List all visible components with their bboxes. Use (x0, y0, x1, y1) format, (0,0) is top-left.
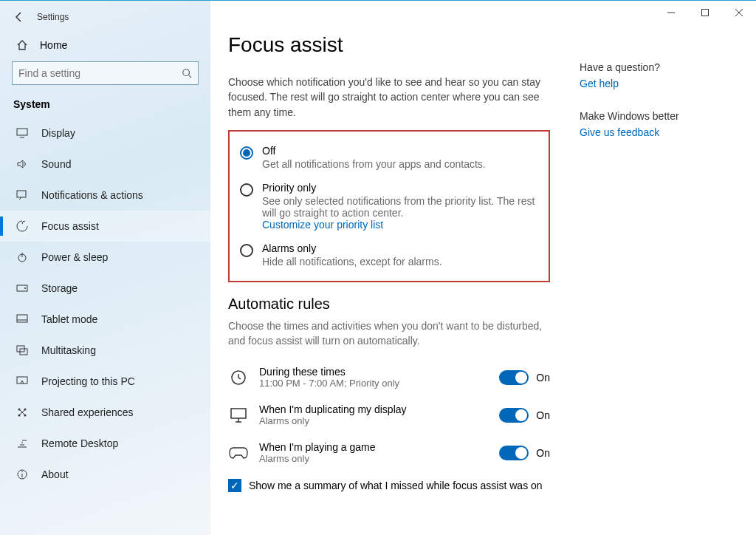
remote-icon (16, 438, 30, 449)
sidebar-item-label: Sound (41, 158, 71, 170)
window-controls (654, 1, 756, 24)
display-icon (16, 128, 30, 138)
maximize-button[interactable] (688, 1, 722, 24)
radio-priority-indicator[interactable] (240, 183, 253, 197)
svg-rect-28 (231, 409, 246, 418)
minimize-button[interactable] (654, 1, 688, 24)
rule-playing-game[interactable]: When I'm playing a game Alarms only On (228, 434, 550, 471)
nav-home[interactable]: Home (0, 29, 210, 61)
radio-alarms-label: Alarms only (262, 242, 442, 254)
sidebar-item-label: Multitasking (41, 344, 96, 356)
rules-title: Automatic rules (228, 296, 550, 313)
search-input[interactable] (12, 61, 199, 85)
power-icon (16, 251, 30, 263)
sidebar-item-focus-assist[interactable]: Focus assist (0, 211, 210, 242)
sidebar-item-about[interactable]: About (0, 459, 210, 490)
sidebar-item-label: Shared experiences (41, 406, 134, 418)
sidebar-item-projecting[interactable]: Projecting to this PC (0, 366, 210, 397)
rules-desc: Choose the times and activities when you… (228, 318, 550, 349)
page-intro: Choose which notification you'd like to … (228, 75, 550, 120)
focus-assist-icon (16, 220, 30, 232)
back-button[interactable] (4, 11, 34, 23)
svg-line-1 (189, 75, 192, 78)
radio-off-label: Off (262, 145, 486, 157)
sound-icon (16, 159, 30, 169)
rule-title: When I'm duplicating my display (259, 403, 407, 415)
sidebar-item-tablet[interactable]: Tablet mode (0, 304, 210, 335)
sidebar-item-notifications[interactable]: Notifications & actions (0, 180, 210, 211)
summary-checkbox[interactable]: ✓ (228, 479, 241, 492)
rule-subtitle: Alarms only (259, 415, 407, 426)
multitasking-icon (16, 345, 30, 355)
titlebar: Settings (0, 1, 210, 29)
rule-during-times[interactable]: During these times 11:00 PM - 7:00 AM; P… (228, 358, 550, 396)
summary-label: Show me a summary of what I missed while… (249, 480, 543, 491)
about-icon (16, 468, 30, 480)
rule-subtitle: Alarms only (259, 453, 376, 464)
clock-icon (228, 367, 249, 388)
get-help-link[interactable]: Get help (580, 78, 738, 89)
app-title: Settings (37, 12, 69, 22)
radio-alarms[interactable]: Alarms only Hide all notifications, exce… (240, 238, 538, 269)
rule-subtitle: 11:00 PM - 7:00 AM; Priority only (259, 378, 399, 389)
rule-duplicating-display[interactable]: When I'm duplicating my display Alarms o… (228, 396, 550, 434)
give-feedback-link[interactable]: Give us feedback (580, 126, 738, 138)
radio-priority[interactable]: Priority only See only selected notifica… (240, 177, 538, 238)
rule-toggle[interactable] (499, 446, 529, 460)
svg-rect-24 (702, 10, 709, 16)
radio-priority-label: Priority only (262, 182, 538, 194)
sidebar-item-storage[interactable]: Storage (0, 273, 210, 304)
rule-title: During these times (259, 366, 399, 378)
sidebar-item-power[interactable]: Power & sleep (0, 242, 210, 273)
home-icon (16, 39, 30, 51)
sidebar-item-label: Focus assist (41, 220, 99, 232)
shared-icon (16, 406, 30, 418)
radio-alarms-indicator[interactable] (240, 244, 253, 257)
svg-point-22 (21, 471, 23, 473)
close-button[interactable] (722, 1, 756, 24)
radio-off[interactable]: Off Get all notifications from your apps… (240, 140, 538, 177)
sidebar-item-display[interactable]: Display (0, 117, 210, 149)
rule-toggle-state: On (536, 409, 550, 421)
sidebar-item-remote[interactable]: Remote Desktop (0, 428, 210, 459)
sidebar-item-label: Power & sleep (41, 251, 108, 263)
radio-alarms-desc: Hide all notifications, except for alarm… (262, 256, 442, 268)
sidebar-item-label: Display (41, 127, 75, 139)
svg-point-0 (183, 69, 190, 76)
sidebar-item-sound[interactable]: Sound (0, 149, 210, 180)
summary-checkbox-row[interactable]: ✓ Show me a summary of what I missed whi… (228, 471, 550, 492)
game-icon (228, 443, 249, 463)
sidebar-item-label: Storage (41, 282, 78, 294)
rule-toggle[interactable] (499, 408, 529, 423)
rule-toggle-state: On (536, 447, 550, 459)
tablet-icon (16, 314, 30, 324)
page-title: Focus assist (228, 33, 550, 57)
notifications-icon (16, 190, 30, 200)
sidebar-item-label: About (41, 468, 69, 480)
rule-toggle[interactable] (499, 370, 529, 385)
sidebar-item-shared[interactable]: Shared experiences (0, 397, 210, 428)
search-field[interactable] (18, 67, 182, 79)
rule-title: When I'm playing a game (259, 441, 376, 453)
monitor-icon (228, 405, 249, 426)
rule-toggle-state: On (536, 372, 550, 384)
sidebar-item-label: Projecting to this PC (41, 375, 135, 387)
radio-off-indicator[interactable] (240, 146, 253, 160)
radio-off-desc: Get all notifications from your apps and… (262, 158, 486, 170)
feedback-heading: Make Windows better (580, 110, 738, 122)
svg-rect-4 (17, 191, 26, 197)
sidebar-item-label: Tablet mode (41, 313, 97, 325)
svg-rect-9 (17, 315, 27, 322)
sidebar-item-label: Remote Desktop (41, 437, 118, 449)
storage-icon (16, 284, 30, 292)
radio-priority-desc: See only selected notifications from the… (262, 195, 538, 219)
sidebar-item-multitasking[interactable]: Multitasking (0, 335, 210, 366)
focus-mode-group: Off Get all notifications from your apps… (228, 130, 550, 282)
svg-point-8 (24, 287, 26, 289)
projecting-icon (16, 376, 30, 386)
help-heading: Have a question? (580, 61, 738, 73)
svg-rect-2 (17, 129, 27, 135)
customize-priority-link[interactable]: Customize your priority list (262, 219, 538, 231)
sidebar-item-label: Notifications & actions (41, 189, 143, 201)
group-title: System (0, 85, 210, 117)
